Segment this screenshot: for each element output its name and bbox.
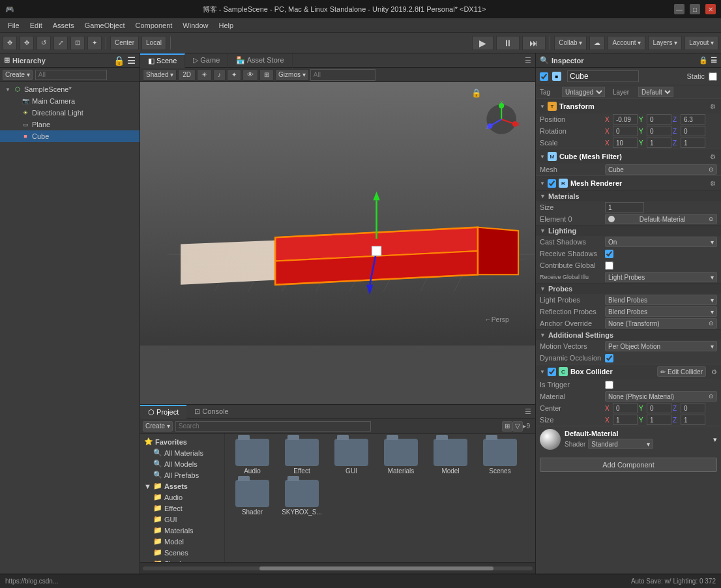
hierarchy-menu[interactable]: ☰ [127, 55, 136, 66]
hierarchy-item-cube[interactable]: ■ Cube [0, 130, 140, 142]
step-button[interactable]: ⏭ [522, 36, 546, 50]
collider-size-x[interactable] [613, 415, 638, 425]
folder-skybox[interactable]: SKYBOX_S... [280, 480, 324, 516]
layout-button[interactable]: Layout ▾ [684, 36, 718, 50]
tab-assetstore[interactable]: 🏪 Asset Store [228, 53, 292, 68]
folder-model[interactable]: Model [428, 439, 473, 475]
cast-shadows-dropdown[interactable]: On ▾ [605, 237, 717, 247]
static-checkbox[interactable] [709, 72, 717, 81]
layers-button[interactable]: Layers ▾ [648, 36, 682, 50]
project-filter-btn[interactable]: ▽ [512, 421, 523, 432]
collab-button[interactable]: Collab ▾ [554, 36, 587, 50]
folder-effect[interactable]: Effect [280, 439, 324, 475]
reflection-probes-dropdown[interactable]: Blend Probes ▾ [605, 306, 717, 317]
sidebar-item-allmat[interactable]: 🔍 All Materials [140, 447, 224, 458]
scene-tab-menu[interactable]: ☰ [525, 56, 535, 65]
folder-gui[interactable]: GUI [329, 439, 374, 475]
dynamic-occlusion-checkbox[interactable] [605, 354, 613, 362]
shader-dropdown[interactable]: Standard ▾ [588, 439, 653, 449]
rotation-x[interactable] [613, 126, 638, 136]
tab-console[interactable]: ⊡ Console [186, 405, 236, 419]
scale-y[interactable] [647, 138, 671, 148]
center-button[interactable]: Center [110, 36, 139, 50]
transform-settings[interactable]: ⚙ [710, 103, 716, 110]
project-scrollbar[interactable] [140, 562, 535, 574]
mat-size-field[interactable] [605, 202, 644, 213]
center-y[interactable] [647, 403, 671, 413]
audio-toggle[interactable]: ♪ [213, 69, 226, 81]
center-z[interactable] [681, 403, 705, 413]
sidebar-item-materials[interactable]: 📁 Materials [140, 525, 224, 536]
menu-edit[interactable]: Edit [25, 20, 48, 31]
sidebar-item-audio[interactable]: 📁 Audio [140, 492, 224, 503]
2d-button[interactable]: 2D [178, 69, 196, 81]
rotation-y[interactable] [647, 126, 671, 136]
folder-materials[interactable]: Materials [379, 439, 423, 475]
boxcollider-header[interactable]: ▼ C Box Collider ✏ Edit Collider ⚙ [536, 364, 721, 379]
tab-scene[interactable]: ◧ Scene [140, 53, 185, 68]
mesh-dropdown[interactable]: Cube ⊙ [605, 164, 717, 175]
sidebar-item-allmodels[interactable]: 🔍 All Models [140, 458, 224, 469]
inspector-lock[interactable]: 🔒 [699, 56, 708, 65]
center-x[interactable] [613, 403, 638, 413]
sidebar-item-scenes[interactable]: 📁 Scenes [140, 547, 224, 558]
close-button[interactable]: ✕ [705, 4, 716, 14]
meshrenderer-settings[interactable]: ⚙ [710, 180, 716, 187]
local-button[interactable]: Local [141, 36, 166, 50]
sidebar-item-model[interactable]: 📁 Model [140, 536, 224, 547]
tool-hand[interactable]: ✥ [3, 36, 17, 50]
meshfilter-settings[interactable]: ⚙ [710, 153, 716, 160]
meshrenderer-enable[interactable] [548, 179, 556, 188]
menu-assets[interactable]: Assets [48, 20, 80, 31]
transform-header[interactable]: ▼ T Transform ⚙ [536, 99, 721, 113]
tab-game[interactable]: ▷ Game [185, 53, 228, 68]
project-panel-menu[interactable]: ☰ [525, 407, 535, 416]
light-toggle[interactable]: ☀ [197, 69, 212, 81]
grid-toggle[interactable]: ⊞ [259, 69, 274, 81]
menu-gameobject[interactable]: GameObject [80, 20, 130, 31]
lighting-section[interactable]: ▼ Lighting [536, 225, 721, 236]
inspector-menu[interactable]: ☰ [711, 56, 717, 65]
hierarchy-item-samplescene[interactable]: ▼ ⬡ SampleScene* [0, 83, 140, 95]
scale-z[interactable] [681, 138, 705, 148]
materials-section[interactable]: ▼ Materials [536, 190, 721, 201]
folder-scenes[interactable]: Scenes [478, 439, 522, 475]
tag-dropdown[interactable]: Untagged [562, 87, 605, 97]
scene-search[interactable] [310, 69, 375, 81]
hierarchy-create-btn[interactable]: Create ▾ [3, 70, 33, 80]
fx-toggle[interactable]: ✦ [227, 69, 241, 81]
is-trigger-checkbox[interactable] [605, 381, 613, 389]
element0-dropdown[interactable]: Default-Material ⊙ [605, 214, 717, 224]
motion-vectors-dropdown[interactable]: Per Object Motion ▾ [605, 341, 717, 351]
material-expand[interactable]: ▾ [713, 435, 717, 444]
cloud-button[interactable]: ☁ [589, 36, 605, 50]
account-button[interactable]: Account ▾ [608, 36, 645, 50]
favorites-group[interactable]: ⭐ Favorites [140, 436, 224, 447]
position-y[interactable] [647, 114, 671, 125]
additional-settings-section[interactable]: ▼ Additional Settings [536, 329, 721, 340]
collider-size-z[interactable] [681, 415, 705, 425]
hidden-objects[interactable]: 👁 [243, 69, 258, 81]
sidebar-item-effect[interactable]: 📁 Effect [140, 503, 224, 514]
meshrenderer-header[interactable]: ▼ R Mesh Renderer ⚙ [536, 176, 721, 190]
hierarchy-search[interactable] [35, 70, 107, 80]
light-probes-dropdown[interactable]: Blend Probes ▾ [605, 295, 717, 305]
shaded-dropdown[interactable]: Shaded ▾ [143, 69, 177, 81]
minimize-button[interactable]: — [674, 4, 684, 14]
tab-project[interactable]: ⬡ Project [140, 405, 186, 419]
play-button[interactable]: ▶ [472, 36, 493, 50]
gizmos-dropdown[interactable]: Gizmos ▾ [275, 69, 309, 81]
sidebar-item-gui[interactable]: 📁 GUI [140, 514, 224, 525]
project-create-btn[interactable]: Create ▾ [143, 421, 173, 432]
maximize-button[interactable]: □ [690, 4, 700, 14]
layer-dropdown[interactable]: Default [638, 87, 673, 97]
scale-x[interactable] [613, 138, 638, 148]
tool-scale[interactable]: ⤢ [53, 36, 68, 50]
rotation-z[interactable] [681, 126, 705, 136]
obj-active-checkbox[interactable] [540, 72, 548, 81]
scene-view[interactable]: Y X Z 🔒 ←Persp [140, 82, 535, 404]
obj-name-field[interactable] [567, 70, 639, 82]
hierarchy-item-plane[interactable]: ▭ Plane [0, 119, 140, 130]
sidebar-item-allprefabs[interactable]: 🔍 All Prefabs [140, 469, 224, 480]
tool-move[interactable]: ✥ [20, 36, 34, 50]
